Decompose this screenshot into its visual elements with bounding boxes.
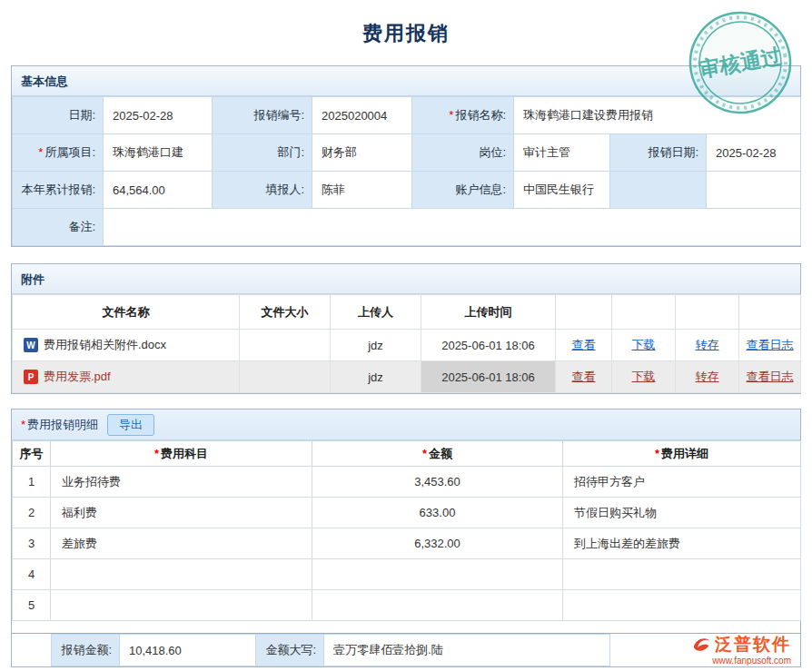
expense-amount: 3,453.60 (312, 467, 563, 498)
reimburse-no-value: 2025020004 (312, 97, 412, 134)
page-title: 费用报销 (0, 20, 812, 47)
total-amount-value: 10,418.60 (120, 634, 256, 666)
totals-spacer (12, 634, 51, 666)
view-link[interactable]: 查看 (572, 370, 596, 383)
transfer-link[interactable]: 转存 (696, 370, 719, 383)
department-label: 部门: (213, 134, 312, 172)
filler-label: 填报人: (213, 172, 312, 209)
upload-time: 2025-06-01 18:06 (421, 361, 556, 393)
empty-column-header (676, 295, 739, 330)
uploader-column-header: 上传人 (331, 295, 421, 330)
export-button[interactable]: 导出 (107, 414, 154, 436)
reimburse-name-value: 珠海鹤港口建设费用报销 (514, 97, 801, 134)
department-value: 财务部 (312, 134, 412, 172)
view-link[interactable]: 查看 (572, 338, 596, 351)
empty-column-header (556, 295, 612, 330)
post-value: 审计主管 (514, 134, 610, 172)
total-amount-label: 报销金额: (51, 634, 120, 666)
brand-logo: 泛普软件 www.fanpusoft.com (691, 635, 791, 666)
expense-subject: 业务招待费 (51, 467, 312, 498)
detail-row: 2 福利费 633.00 节假日购买礼物 (13, 498, 801, 528)
account-value: 中国民生银行 (514, 172, 610, 209)
empty-column-header (739, 295, 801, 330)
file-name: 费用发票.pdf (44, 369, 111, 385)
expense-detail (563, 590, 801, 621)
totals-row: 报销金额: 10,418.60 金额大写: 壹万零肆佰壹拾捌.陆 泛普软件 ww… (12, 633, 800, 666)
attachment-row[interactable]: W 费用报销相关附件.docx jdz 2025-06-01 18:06 查看 … (13, 330, 801, 361)
reimburse-date-value: 2025-02-28 (707, 134, 801, 172)
expense-subject: 福利费 (51, 498, 312, 528)
view-log-link[interactable]: 查看日志 (747, 338, 794, 351)
expense-amount: 633.00 (312, 498, 563, 528)
date-value: 2025-02-28 (104, 97, 213, 134)
row-seq: 2 (13, 498, 51, 528)
row-seq: 4 (13, 559, 51, 590)
attachments-header: 附件 (12, 264, 800, 294)
reimburse-no-label: 报销编号: (213, 97, 312, 134)
upload-time: 2025-06-01 18:06 (421, 330, 556, 361)
detail-row: 1 业务招待费 3,453.60 招待甲方客户 (13, 467, 801, 498)
empty-label-cell (610, 172, 707, 209)
post-label: 岗位: (412, 134, 514, 172)
required-asterisk: * (449, 108, 453, 122)
remark-label: 备注: (13, 209, 104, 246)
ytd-total-value: 64,564.00 (104, 172, 213, 209)
file-size-column-header: 文件大小 (240, 295, 331, 330)
account-label: 账户信息: (412, 172, 514, 209)
attachments-panel: 附件 文件名称 文件大小 上传人 上传时间 W 费用报销相关附件.docx jd… (11, 263, 801, 394)
download-link[interactable]: 下载 (632, 370, 656, 383)
file-name-column-header: 文件名称 (13, 295, 240, 330)
expense-subject (51, 559, 312, 590)
brand-url: www.fanpusoft.com (691, 656, 791, 666)
view-log-link[interactable]: 查看日志 (747, 370, 794, 383)
filler-value: 陈菲 (312, 172, 412, 209)
uploader: jdz (331, 361, 421, 393)
required-asterisk: * (655, 447, 659, 460)
expense-amount (312, 590, 563, 621)
expense-detail: 招待甲方客户 (563, 467, 801, 498)
expense-detail: 到上海出差的差旅费 (563, 528, 801, 559)
amount-column-header: *金额 (312, 441, 563, 467)
row-seq: 3 (13, 528, 51, 559)
brand-swoosh-icon (691, 635, 711, 655)
details-header: *费用报销明细 导出 (12, 410, 800, 440)
required-asterisk: * (154, 447, 159, 460)
details-table: 序号 *费用科目 *金额 *费用详细 1 业务招待费 3,453.60 招待甲方… (12, 440, 801, 621)
reimburse-date-label: 报销日期: (610, 134, 707, 172)
remark-value (104, 209, 801, 246)
expense-subject (51, 590, 312, 621)
transfer-link[interactable]: 转存 (696, 338, 719, 351)
project-label: *所属项目: (13, 134, 104, 172)
pdf-file-icon: P (24, 370, 38, 384)
required-asterisk: * (38, 145, 43, 159)
brand-name: 泛普软件 (715, 636, 791, 655)
date-label: 日期: (13, 97, 104, 134)
basic-info-table: 日期: 2025-02-28 报销编号: 2025020004 *报销名称: 珠… (12, 96, 801, 246)
basic-info-header: 基本信息 (12, 66, 800, 96)
expense-detail (563, 559, 801, 590)
expense-amount: 6,332.00 (312, 528, 563, 559)
details-panel: *费用报销明细 导出 序号 *费用科目 *金额 *费用详细 1 业务招待费 3,… (11, 409, 801, 667)
detail-row: 4 (13, 559, 801, 590)
empty-value-cell (707, 172, 801, 209)
empty-column-header (612, 295, 676, 330)
expense-subject: 差旅费 (51, 528, 312, 559)
basic-info-panel: 基本信息 日期: 2025-02-28 报销编号: 2025020004 *报销… (11, 65, 801, 247)
attachment-row[interactable]: P 费用发票.pdf jdz 2025-06-01 18:06 查看 下载 转存… (13, 361, 801, 393)
file-name: 费用报销相关附件.docx (44, 337, 166, 353)
ytd-total-label: 本年累计报销: (13, 172, 104, 209)
download-link[interactable]: 下载 (632, 338, 656, 351)
amount-caps-label: 金额大写: (256, 634, 324, 666)
word-file-icon: W (24, 338, 38, 352)
row-seq: 1 (13, 467, 51, 498)
row-seq: 5 (13, 590, 51, 621)
detail-row: 5 (13, 590, 801, 621)
required-asterisk: * (21, 418, 25, 431)
uploader: jdz (331, 330, 421, 361)
seq-column-header: 序号 (13, 441, 51, 467)
expense-amount (312, 559, 563, 590)
upload-time-column-header: 上传时间 (421, 295, 556, 330)
project-value: 珠海鹤港口建 (104, 134, 213, 172)
detail-row: 3 差旅费 6,332.00 到上海出差的差旅费 (13, 528, 801, 559)
detail-column-header: *费用详细 (563, 441, 801, 467)
